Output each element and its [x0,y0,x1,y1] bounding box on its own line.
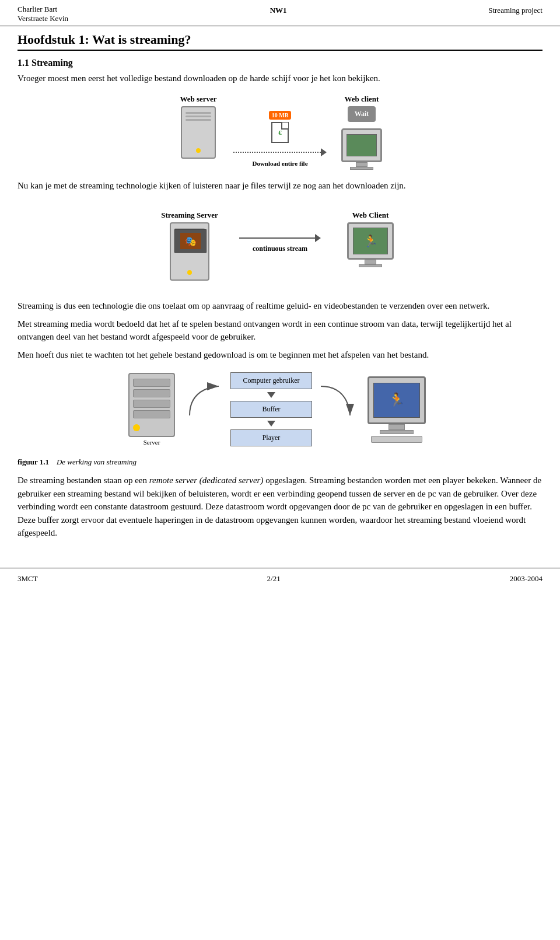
file-icon: € [271,122,289,143]
section-title: 1.1 Streaming [18,58,542,68]
diag3-pc-section: 🏃 [353,376,440,443]
para2: Nu kan je met de streaming technologie k… [18,179,542,193]
figure-num: figuur 1.1 [18,457,49,466]
chapter-title: Hoofdstuk 1: Wat is streaming? [18,32,542,51]
diag2-client-col: Web Client 🏃 [332,211,408,267]
diagram1-container: Web server 10 MB € [18,95,542,170]
page-footer: 3MCT 2/21 2003-2004 [0,568,560,589]
diagram2-container: Streaming Server 🎭 continuous stream [18,201,542,290]
pc-keyboard [371,436,422,443]
flow-box-computer: Computer gebruiker [230,372,312,389]
diag1-server-col: Web server [163,95,233,159]
diag3-server-section: Server [120,373,184,446]
diag1-client-label: Web client [345,95,379,104]
pc-monitor: 🏃 [368,376,426,424]
server-light [196,148,201,153]
diag2-middle-col: continuous stream [239,211,321,253]
para5: Men hoeft dus niet te wachten tot het ge… [18,348,542,362]
para3: Streaming is dus een technologie die ons… [18,299,542,313]
para6-part1: De streaming bestanden staan op een [18,476,149,485]
diag1-row: Web server 10 MB € [158,95,402,170]
monitor-stand [356,162,368,167]
page-header: Charlier Bart Verstraete Kevin NW1 Strea… [0,0,560,26]
figure-caption-text: De werking van streaming [57,457,136,466]
server-large [128,373,175,437]
monitor-screen2: 🏃 [353,228,388,254]
para1: Vroeger moest men eerst het volledige be… [18,72,542,85]
monitor-base [350,167,373,170]
author-name1: Charlier Bart [18,5,68,14]
size-badge: 10 MB [269,111,292,120]
flow-arrow-down1 [267,392,275,398]
header-right: Streaming project [488,5,542,15]
flow-box-player: Player [230,429,312,446]
footer-left: 3MCT [18,574,38,583]
diagram1: Web server 10 MB € [158,95,402,170]
pc-screen: 🏃 [373,383,420,418]
flow-arrow-down2 [267,421,275,427]
connector-svg1 [184,375,225,427]
monitor2: 🏃 [347,222,394,260]
author-name2: Verstraete Kevin [18,14,68,23]
stream-label: continuous stream [253,244,307,253]
footer-center: 2/21 [267,574,281,583]
server-tower [181,106,216,159]
diag2-server-label: Streaming Server [161,211,218,220]
stream-arrow [239,234,321,242]
diag3-flow-section: Computer gebruiker Buffer Player [225,371,318,448]
server-light2 [187,270,192,275]
diag1-client-col: Web client Wait [327,95,397,170]
monitor [341,128,382,162]
para6: De streaming bestanden staan op een remo… [18,474,542,540]
para4: Met streaming media wordt bedoeld dat he… [18,317,542,344]
wait-box: Wait [348,106,376,122]
pc-base [380,430,414,434]
diag2-client-label: Web Client [352,211,388,220]
header-center: NW1 [270,5,287,15]
diagram3: Server Computer gebruiker Buff [105,371,455,448]
main-content: Hoofdstuk 1: Wat is streaming? 1.1 Strea… [0,26,560,556]
monitor-screen [346,134,377,156]
diag3-server-label: Server [144,439,160,446]
diagram3-container: Server Computer gebruiker Buff [18,371,542,448]
streaming-server-tower: 🎭 [170,222,209,281]
diag1-middle-col: 10 MB € Download entire file [233,95,327,167]
connector-svg2 [315,375,356,427]
para6-italic: remote server (dedicated server) [149,476,264,485]
dotted-arrow [233,148,327,156]
download-label: Download entire file [252,160,307,167]
pc-stand [388,424,405,430]
monitor-stand2 [365,260,376,264]
header-authors: Charlier Bart Verstraete Kevin [18,5,68,23]
diag2-server-col: Streaming Server 🎭 [152,211,228,281]
diagram2: Streaming Server 🎭 continuous stream [128,211,432,281]
footer-right: 2003-2004 [510,574,542,583]
monitor-base2 [359,264,382,267]
flow-box-buffer: Buffer [230,401,312,418]
figure-caption: figuur 1.1 De werking van streaming [18,457,542,467]
diag1-server-label: Web server [180,95,216,104]
